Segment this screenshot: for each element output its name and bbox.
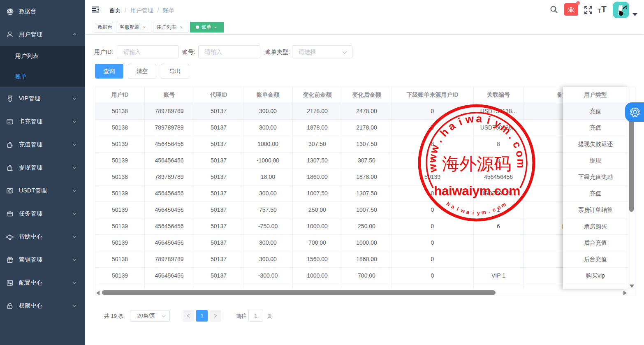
svg-text:海外源码: 海外源码 (442, 154, 511, 174)
svg-text:o: o (513, 149, 527, 158)
svg-text:w: w (426, 153, 439, 164)
svg-text:haiwaiym.com: haiwaiym.com (434, 183, 520, 198)
svg-text:i: i (472, 210, 474, 216)
svg-text:w: w (426, 163, 439, 173)
svg-text:w: w (427, 143, 442, 155)
svg-text:c: c (510, 139, 524, 150)
svg-text:m: m (500, 201, 507, 209)
svg-text:i: i (456, 115, 464, 128)
svg-text:a: a (446, 119, 458, 133)
svg-text:a: a (476, 112, 483, 125)
svg-text:y: y (477, 210, 480, 216)
svg-text:w: w (459, 207, 466, 215)
svg-text:i: i (456, 206, 459, 212)
svg-text:h: h (445, 201, 452, 208)
svg-text:a: a (466, 209, 470, 215)
svg-text:c: c (491, 206, 496, 213)
svg-text:m: m (515, 159, 527, 169)
svg-text:i: i (486, 114, 492, 127)
svg-text:m: m (481, 209, 486, 215)
svg-text:a: a (450, 204, 456, 211)
svg-text:.: . (487, 208, 490, 214)
svg-text:w: w (464, 112, 475, 126)
svg-text:.: . (432, 136, 444, 145)
